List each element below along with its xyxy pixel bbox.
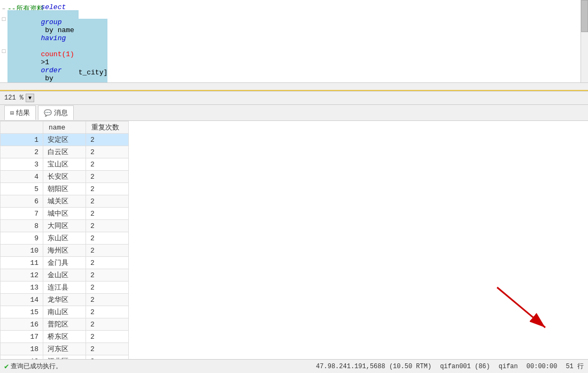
cell-count: 2 — [86, 306, 129, 318]
cell-count: 2 — [86, 146, 129, 158]
col-count-header: 重复次数 — [86, 121, 129, 134]
func-count1: count(1) — [41, 50, 74, 58]
cell-count: 2 — [86, 281, 129, 294]
table-row[interactable]: 19江北区2 — [1, 355, 129, 360]
func-count2: count(*) — [41, 82, 74, 83]
status-rows: 51 行 — [566, 362, 584, 371]
table-row[interactable]: 3宝山区2 — [1, 158, 129, 171]
code-line-5: □ select name, count(*) 重复次数 from [dbo].… — [0, 46, 588, 57]
table-row[interactable]: 10海州区2 — [1, 245, 129, 257]
cell-count: 2 — [86, 355, 129, 360]
cell-rownum: 10 — [1, 245, 43, 257]
cell-rownum: 18 — [1, 343, 43, 355]
results-table: name 重复次数 1安定区22白云区23宝山区24长安区25朝阳区26城关区2… — [0, 121, 129, 359]
line-marker-5: □ — [0, 48, 7, 55]
status-server: 47.98.241.191,5688 (10.50 RTM) — [316, 363, 431, 370]
keyword-order: order — [41, 66, 61, 74]
table-row[interactable]: 16普陀区2 — [1, 318, 129, 331]
code-text-6: group by name having count(1) >1 order b… — [7, 10, 79, 83]
editor-vscrollbar[interactable] — [581, 0, 588, 82]
cell-name: 城关区 — [43, 195, 86, 208]
cell-rownum: 14 — [1, 294, 43, 306]
red-arrow-indicator — [492, 282, 556, 338]
status-bar: ✔ 查询已成功执行。 47.98.241.191,5688 (10.50 RTM… — [0, 359, 588, 373]
cell-name: 龙华区 — [43, 294, 86, 306]
msg-icon: 💬 — [44, 109, 52, 117]
zoom-value: 121 % — [4, 94, 24, 102]
table-row[interactable]: 2白云区2 — [1, 146, 129, 158]
table-header-row: name 重复次数 — [1, 121, 129, 134]
tab-results[interactable]: ⊞ 结果 — [4, 105, 36, 120]
cell-rownum: 12 — [1, 269, 43, 281]
editor-hscrollbar[interactable] — [0, 82, 588, 90]
col-rownum — [1, 121, 43, 134]
table-row[interactable]: 14龙华区2 — [1, 294, 129, 306]
line-marker-1: – — [0, 5, 7, 12]
cell-count: 2 — [86, 195, 129, 208]
cell-count: 2 — [86, 171, 129, 183]
status-user: qifan001 (86) — [440, 363, 490, 370]
table-row[interactable]: 5朝阳区2 — [1, 183, 129, 195]
tab-messages-label: 消息 — [54, 108, 68, 118]
status-message: 查询已成功执行。 — [11, 362, 62, 371]
cell-count: 2 — [86, 294, 129, 306]
cell-rownum: 15 — [1, 306, 43, 318]
cell-count: 2 — [86, 232, 129, 245]
cell-rownum: 13 — [1, 281, 43, 294]
table-row[interactable]: 12金山区2 — [1, 269, 129, 281]
results-table-wrapper[interactable]: name 重复次数 1安定区22白云区23宝山区24长安区25朝阳区26城关区2… — [0, 121, 588, 359]
cell-count: 2 — [86, 208, 129, 220]
cell-name: 东山区 — [43, 232, 86, 245]
cell-count: 2 — [86, 158, 129, 171]
table-row[interactable]: 4长安区2 — [1, 171, 129, 183]
status-right-section: 47.98.241.191,5688 (10.50 RTM) qifan001 … — [316, 362, 584, 371]
table-row[interactable]: 15南山区2 — [1, 306, 129, 318]
cell-count: 2 — [86, 257, 129, 269]
editor-content[interactable]: – --所有资料 □ select * from [dbo].[dt_city]… — [0, 0, 588, 82]
keyword-group: group — [41, 18, 61, 26]
keyword-having: having — [41, 34, 66, 42]
cell-rownum: 6 — [1, 195, 43, 208]
cell-rownum: 4 — [1, 171, 43, 183]
cell-count: 2 — [86, 269, 129, 281]
tab-results-label: 结果 — [16, 108, 30, 118]
table-body: 1安定区22白云区23宝山区24长安区25朝阳区26城关区27城中区28大同区2… — [1, 134, 129, 360]
cell-name: 河东区 — [43, 343, 86, 355]
table-row[interactable]: 6城关区2 — [1, 195, 129, 208]
cell-count: 2 — [86, 245, 129, 257]
cell-rownum: 19 — [1, 355, 43, 360]
cell-rownum: 1 — [1, 134, 43, 146]
table-row[interactable]: 1安定区2 — [1, 134, 129, 146]
editor-scrollbar-thumb[interactable] — [581, 0, 588, 32]
table-row[interactable]: 13连江县2 — [1, 281, 129, 294]
cell-name: 江北区 — [43, 355, 86, 360]
check-icon: ✔ — [4, 362, 9, 371]
cell-rownum: 3 — [1, 158, 43, 171]
tabs-bar: ⊞ 结果 💬 消息 — [0, 105, 588, 121]
table-row[interactable]: 9东山区2 — [1, 232, 129, 245]
status-success-section: ✔ 查询已成功执行。 — [4, 362, 62, 371]
cell-rownum: 9 — [1, 232, 43, 245]
cell-rownum: 16 — [1, 318, 43, 331]
cell-rownum: 8 — [1, 220, 43, 232]
cell-rownum: 11 — [1, 257, 43, 269]
cell-name: 金山区 — [43, 269, 86, 281]
cell-name: 白云区 — [43, 146, 86, 158]
cell-count: 2 — [86, 343, 129, 355]
cell-count: 2 — [86, 220, 129, 232]
grid-icon: ⊞ — [10, 109, 14, 117]
cell-name: 朝阳区 — [43, 183, 86, 195]
zoom-decrease-button[interactable]: ▼ — [26, 94, 34, 102]
table-row[interactable]: 7城中区2 — [1, 208, 129, 220]
cell-name: 安定区 — [43, 134, 86, 146]
tab-messages[interactable]: 💬 消息 — [38, 105, 74, 120]
cell-name: 长安区 — [43, 171, 86, 183]
table-row[interactable]: 17桥东区2 — [1, 331, 129, 343]
cell-name: 金门具 — [43, 257, 86, 269]
cell-name: 海州区 — [43, 245, 86, 257]
status-time: 00:00:00 — [527, 363, 558, 370]
table-row[interactable]: 18河东区2 — [1, 343, 129, 355]
plain-by: by name — [41, 26, 78, 34]
table-row[interactable]: 8大同区2 — [1, 220, 129, 232]
table-row[interactable]: 11金门具2 — [1, 257, 129, 269]
